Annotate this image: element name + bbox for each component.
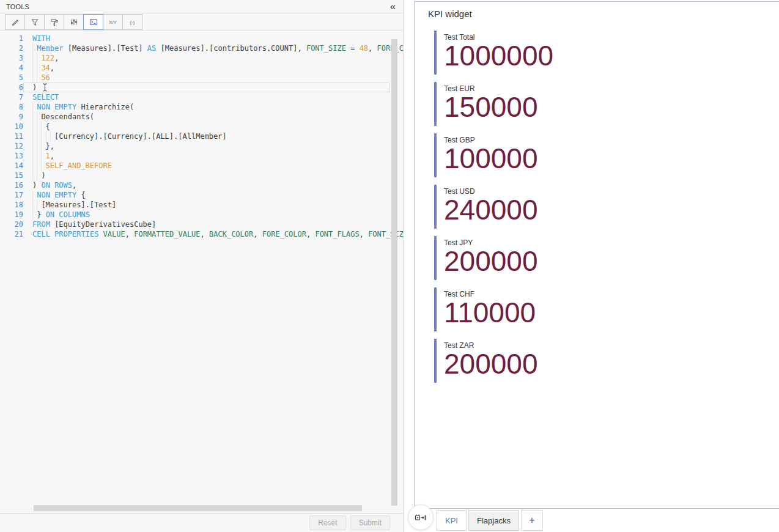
code-line-21[interactable]: 21CELL PROPERTIES VALUE, FORMATTED_VALUE… bbox=[0, 229, 403, 239]
code-line-6[interactable]: 6) bbox=[0, 83, 403, 92]
code-line-3[interactable]: 3122, bbox=[0, 53, 403, 63]
kpi-item: Test GBP100000 bbox=[434, 132, 779, 183]
braces-icon: {-} bbox=[130, 20, 135, 25]
code-line-11[interactable]: 11[Currency].[Currency].[ALL].[AllMember… bbox=[0, 131, 403, 141]
widget-settings-button[interactable] bbox=[408, 504, 434, 530]
kpi-list: Test Total1000000Test EUR150000Test GBP1… bbox=[434, 29, 779, 389]
code-line-text: Descendants( bbox=[23, 112, 389, 122]
kpi-value: 200000 bbox=[444, 350, 538, 379]
tool-tab-paint-roller[interactable] bbox=[44, 14, 64, 30]
code-line-20[interactable]: 20FROM [EquityDerivativesCube] bbox=[0, 220, 403, 229]
tool-tab-xy[interactable]: X/Y bbox=[103, 14, 123, 30]
vertical-scrollbar[interactable] bbox=[391, 39, 397, 506]
indent-guide bbox=[32, 190, 37, 200]
line-number: 15 bbox=[0, 171, 23, 180]
tools-panel-title: TOOLS bbox=[6, 3, 29, 10]
kpi-value: 240000 bbox=[444, 196, 538, 225]
console-icon bbox=[89, 18, 98, 26]
indent-guide bbox=[32, 122, 46, 131]
kpi-value: 110000 bbox=[444, 298, 536, 328]
code-line-15[interactable]: 15) bbox=[0, 171, 403, 180]
indent-guide bbox=[32, 73, 41, 83]
kpi-content: Test CHF110000 bbox=[437, 286, 536, 338]
line-number: 13 bbox=[0, 151, 23, 161]
tab-flapjacks[interactable]: Flapjacks bbox=[468, 510, 519, 531]
reset-button[interactable]: Reset bbox=[309, 515, 345, 530]
code-line-19[interactable]: 19} ON COLUMNS bbox=[0, 210, 403, 220]
indent-guide bbox=[32, 131, 54, 141]
code-line-text: CELL PROPERTIES VALUE, FORMATTED_VALUE, … bbox=[23, 229, 403, 239]
kpi-item: Test JPY200000 bbox=[434, 235, 779, 286]
widget-tabs: KPIFlapjacks+ bbox=[437, 510, 543, 531]
indent-guide bbox=[32, 210, 37, 220]
code-line-17[interactable]: 17NON EMPTY { bbox=[0, 190, 403, 200]
indent-guide bbox=[32, 141, 46, 151]
kpi-content: Test GBP100000 bbox=[437, 132, 538, 183]
kpi-content: Test ZAR200000 bbox=[437, 338, 538, 389]
code-line-text: }, bbox=[23, 141, 389, 151]
tab-kpi[interactable]: KPI bbox=[437, 510, 467, 531]
code-line-text: 1, bbox=[23, 151, 389, 161]
code-line-text: ) bbox=[23, 171, 389, 180]
code-line-14[interactable]: 14SELF_AND_BEFORE bbox=[0, 161, 403, 171]
text-cursor-icon bbox=[42, 83, 48, 92]
tool-tab-sliders[interactable] bbox=[64, 14, 84, 30]
kpi-item: Test USD240000 bbox=[434, 183, 779, 235]
tool-tab-braces[interactable]: {-} bbox=[122, 14, 142, 30]
horizontal-scrollbar[interactable] bbox=[34, 505, 362, 511]
line-number: 16 bbox=[0, 180, 23, 190]
code-line-16[interactable]: 16) ON ROWS, bbox=[0, 180, 403, 190]
line-number: 5 bbox=[0, 73, 23, 83]
kpi-value: 150000 bbox=[444, 93, 538, 122]
line-number: 3 bbox=[0, 53, 23, 63]
line-number: 4 bbox=[0, 63, 23, 73]
tool-tab-console[interactable] bbox=[83, 14, 103, 30]
tool-tab-edit[interactable] bbox=[5, 14, 25, 30]
code-line-text: [Currency].[Currency].[ALL].[AllMember] bbox=[23, 131, 389, 141]
code-line-2[interactable]: 2Member [Measures].[Test] AS [Measures].… bbox=[0, 43, 403, 53]
code-line-18[interactable]: 18[Measures].[Test] bbox=[0, 200, 403, 210]
code-line-10[interactable]: 10{ bbox=[0, 122, 403, 131]
kpi-content: Test Total1000000 bbox=[437, 29, 553, 81]
kpi-value: 1000000 bbox=[444, 42, 553, 71]
kpi-content: Test EUR150000 bbox=[437, 81, 538, 132]
kpi-widget-card: KPI widget Test Total1000000Test EUR1500… bbox=[414, 1, 779, 509]
code-line-text: } ON COLUMNS bbox=[23, 210, 389, 220]
line-number: 8 bbox=[0, 102, 23, 112]
code-line-text: 122, bbox=[23, 53, 389, 63]
code-line-7[interactable]: 7SELECT bbox=[0, 92, 403, 102]
line-number: 6 bbox=[0, 83, 23, 92]
submit-button[interactable]: Submit bbox=[350, 515, 390, 530]
kpi-content: Test USD240000 bbox=[437, 183, 538, 235]
code-line-8[interactable]: 8NON EMPTY Hierarchize( bbox=[0, 102, 403, 112]
kpi-value: 100000 bbox=[444, 144, 538, 174]
indent-guide bbox=[32, 161, 46, 171]
code-line-1[interactable]: 1WITH bbox=[0, 34, 403, 43]
code-line-text: SELF_AND_BEFORE bbox=[23, 161, 389, 171]
add-tab-button[interactable]: + bbox=[521, 510, 543, 531]
indent-guide bbox=[32, 151, 46, 161]
code-line-text: 56 bbox=[23, 73, 389, 83]
tool-tab-filter[interactable] bbox=[24, 14, 45, 30]
code-line-text: [Measures].[Test] bbox=[23, 200, 389, 210]
line-number: 14 bbox=[0, 161, 23, 171]
line-number: 21 bbox=[0, 229, 23, 239]
code-editor[interactable]: 1WITH2Member [Measures].[Test] AS [Measu… bbox=[0, 31, 403, 513]
line-number: 7 bbox=[0, 92, 23, 102]
code-line-text: 34, bbox=[23, 63, 389, 73]
editor-footer: Reset Submit bbox=[0, 513, 403, 532]
indent-guide bbox=[32, 171, 41, 180]
code-line-4[interactable]: 434, bbox=[0, 63, 403, 73]
line-number: 17 bbox=[0, 190, 23, 200]
line-number: 10 bbox=[0, 122, 23, 131]
widget-panel: KPI widget Test Total1000000Test EUR1500… bbox=[404, 0, 779, 532]
code-line-12[interactable]: 12}, bbox=[0, 141, 403, 151]
kpi-content: Test JPY200000 bbox=[437, 235, 538, 286]
collapse-panel-icon[interactable]: « bbox=[389, 2, 397, 12]
line-number: 1 bbox=[0, 34, 23, 43]
code-line-13[interactable]: 131, bbox=[0, 151, 403, 161]
code-line-text: ) bbox=[23, 83, 389, 92]
code-line-text: Member [Measures].[Test] AS [Measures].[… bbox=[23, 43, 403, 53]
code-line-9[interactable]: 9Descendants( bbox=[0, 112, 403, 122]
code-line-5[interactable]: 556 bbox=[0, 73, 403, 83]
